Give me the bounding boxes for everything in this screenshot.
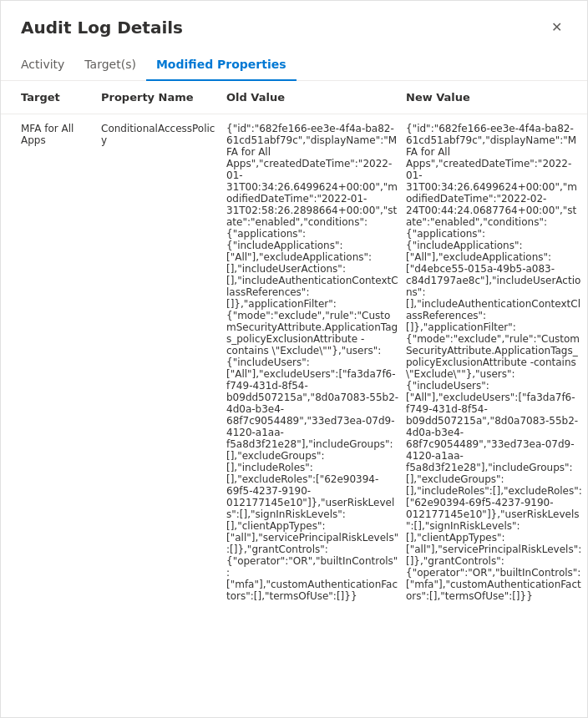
tab-modified-properties[interactable]: Modified Properties bbox=[146, 51, 297, 81]
dialog-title: Audit Log Details bbox=[21, 18, 183, 38]
table-header-row: Target Property Name Old Value New Value bbox=[1, 81, 587, 114]
col-header-new-value: New Value bbox=[406, 81, 587, 114]
dialog-header: Audit Log Details ✕ bbox=[1, 1, 587, 38]
col-header-property-name: Property Name bbox=[101, 81, 226, 114]
properties-table: Target Property Name Old Value New Value… bbox=[1, 81, 587, 610]
tab-activity[interactable]: Activity bbox=[21, 51, 74, 81]
cell-old-value: {"id":"682fe166-ee3e-4f4a-ba82-61cd51abf… bbox=[226, 114, 406, 611]
audit-log-dialog: Audit Log Details ✕ Activity Target(s) M… bbox=[0, 0, 588, 718]
col-header-old-value: Old Value bbox=[226, 81, 406, 114]
tab-bar: Activity Target(s) Modified Properties bbox=[1, 38, 587, 81]
tab-targets[interactable]: Target(s) bbox=[74, 51, 146, 81]
tab-content: Target Property Name Old Value New Value… bbox=[1, 81, 587, 717]
cell-new-value: {"id":"682fe166-ee3e-4f4a-ba82-61cd51abf… bbox=[406, 114, 587, 611]
cell-target: MFA for All Apps bbox=[1, 114, 101, 611]
cell-property-name: ConditionalAccessPolicy bbox=[101, 114, 226, 611]
close-button[interactable]: ✕ bbox=[546, 18, 567, 38]
table-row: MFA for All AppsConditionalAccessPolicy{… bbox=[1, 114, 587, 611]
col-header-target: Target bbox=[1, 81, 101, 114]
